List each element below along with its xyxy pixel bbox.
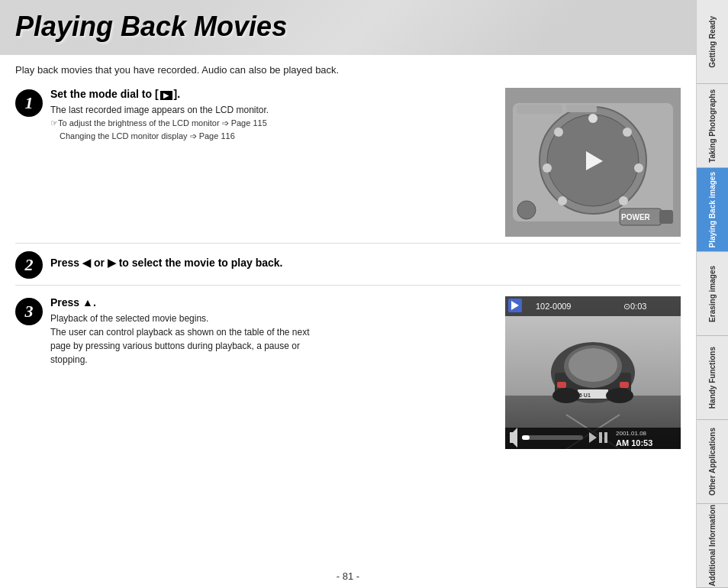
- svg-point-5: [623, 128, 632, 137]
- svg-rect-39: [522, 435, 583, 440]
- svg-point-6: [634, 163, 643, 173]
- step3-line4: stopping.: [50, 353, 493, 367]
- sidebar-item-playing-back-images[interactable]: Playing Back images: [697, 168, 728, 252]
- svg-rect-40: [522, 435, 530, 440]
- step3-number: 3: [15, 298, 43, 325]
- intro-text: Play back movies that you have recorded.…: [15, 64, 681, 76]
- svg-point-8: [558, 196, 567, 205]
- step1-line1: The last recorded image appears on the L…: [50, 103, 493, 117]
- step1-content: Set the mode dial to [▶]. The last recor…: [50, 88, 493, 142]
- step2-title: Press ◀ or ▶ to select the movie to play…: [50, 257, 681, 269]
- svg-text:102-0009: 102-0009: [536, 302, 572, 311]
- camera-dial-image: POWER: [505, 88, 681, 237]
- step1-note2: Changing the LCD monitor display ➩ Page …: [50, 130, 493, 143]
- sidebar-item-other-applications[interactable]: Other Applications: [697, 420, 728, 504]
- svg-point-7: [619, 196, 628, 205]
- step3-body: Playback of the selected movie begins. T…: [50, 312, 493, 367]
- svg-point-31: [606, 388, 633, 403]
- svg-text:6 U1: 6 U1: [579, 393, 591, 398]
- step1-left: 1 Set the mode dial to [▶]. The last rec…: [15, 88, 493, 237]
- page-number: - 81 -: [0, 570, 696, 582]
- svg-rect-27: [620, 382, 629, 388]
- step2-number: 2: [15, 251, 43, 279]
- svg-rect-17: [566, 105, 597, 112]
- step3-container: 3 Press ▲. Playback of the selected movi…: [15, 296, 681, 449]
- page-title: Playing Back Movies: [0, 0, 728, 43]
- svg-point-16: [517, 201, 536, 219]
- step2-row: 2 Press ◀ or ▶ to select the movie to pl…: [15, 243, 681, 286]
- sidebar: Getting Ready Taking Photographs Playing…: [696, 0, 728, 588]
- svg-rect-42: [599, 432, 602, 443]
- step2-content: Press ◀ or ▶ to select the movie to play…: [50, 257, 681, 272]
- playback-screen-svg: 6 U1 102-0009 ⊙0:03: [505, 296, 681, 449]
- step1-row: 1 Set the mode dial to [▶]. The last rec…: [15, 88, 493, 142]
- svg-text:2001.01.08: 2001.01.08: [616, 430, 647, 437]
- sidebar-item-handy-functions[interactable]: Handy Functions: [697, 336, 728, 420]
- sidebar-item-taking-photographs[interactable]: Taking Photographs: [697, 84, 728, 168]
- sidebar-item-erasing-images[interactable]: Erasing images: [697, 252, 728, 336]
- svg-point-4: [588, 114, 598, 123]
- sidebar-item-additional-information[interactable]: Additional Information: [697, 504, 728, 588]
- step1-title: Set the mode dial to [▶].: [50, 88, 493, 100]
- step3-row: 3 Press ▲. Playback of the selected movi…: [15, 296, 493, 367]
- camera-dial-svg: POWER: [505, 88, 681, 237]
- step3-left: 3 Press ▲. Playback of the selected movi…: [15, 296, 493, 449]
- playback-screen-image: 6 U1 102-0009 ⊙0:03: [505, 296, 681, 449]
- svg-point-9: [543, 163, 552, 173]
- step1-number: 1: [15, 89, 43, 117]
- svg-text:⊙0:03: ⊙0:03: [623, 302, 646, 311]
- step3-line3: page by pressing various buttons during …: [50, 339, 493, 353]
- step3-line1: Playback of the selected movie begins.: [50, 312, 493, 325]
- step3-line2: The user can control playback as shown o…: [50, 325, 493, 339]
- svg-text:POWER: POWER: [621, 213, 651, 221]
- step3-content: Press ▲. Playback of the selected movie …: [50, 296, 493, 367]
- svg-rect-14: [659, 210, 673, 224]
- svg-point-30: [552, 388, 580, 403]
- step3-title: Press ▲.: [50, 296, 493, 309]
- step1-body: The last recorded image appears on the L…: [50, 103, 493, 142]
- svg-point-10: [554, 128, 563, 137]
- step1-note1: ☞To adjust the brightness of the LCD mon…: [50, 117, 493, 130]
- main-content: Play back movies that you have recorded.…: [0, 55, 696, 565]
- svg-point-25: [569, 348, 617, 382]
- page-header: Playing Back Movies: [0, 0, 728, 55]
- step1-container: 1 Set the mode dial to [▶]. The last rec…: [15, 88, 681, 237]
- svg-rect-43: [604, 432, 607, 443]
- svg-rect-32: [505, 296, 681, 316]
- svg-rect-26: [557, 382, 566, 388]
- svg-rect-15: [517, 105, 562, 114]
- svg-text:AM 10:53: AM 10:53: [616, 438, 652, 447]
